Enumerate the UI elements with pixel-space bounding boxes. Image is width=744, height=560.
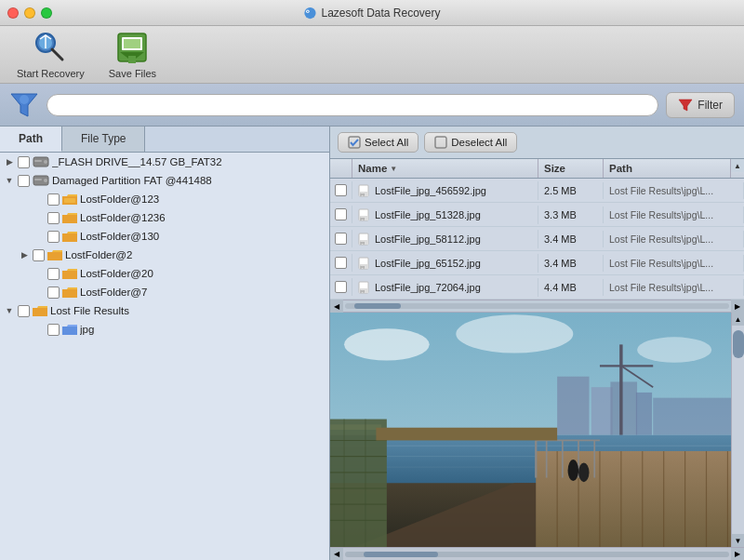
checkbox-lostresults[interactable]	[18, 305, 30, 317]
expand-arrow-lostresults[interactable]: ▼	[4, 305, 15, 316]
minimize-button[interactable]	[24, 7, 35, 19]
folder-icon-20	[62, 268, 77, 280]
table-row[interactable]: jpg LostFile_jpg_58112.jpg 3.4 MB Lost F…	[330, 227, 744, 251]
svg-point-0	[304, 7, 315, 18]
svg-rect-16	[34, 160, 42, 162]
deselect-all-icon	[434, 136, 447, 149]
checkbox-folder123[interactable]	[47, 193, 60, 206]
preview-image[interactable]	[330, 313, 731, 547]
hscroll-thumb[interactable]	[354, 303, 401, 309]
row4-size: 3.4 MB	[538, 255, 604, 272]
preview-hscroll-right[interactable]: ▶	[731, 548, 744, 561]
checkbox-folder130[interactable]	[47, 231, 60, 243]
row1-check[interactable]	[330, 181, 352, 199]
preview-hscroll-left[interactable]: ◀	[330, 548, 343, 561]
checkbox-folder20[interactable]	[47, 268, 60, 280]
checkbox-flash[interactable]	[18, 156, 30, 168]
scrollbar-spacer: ▲	[731, 159, 744, 178]
tab-filetype[interactable]: File Type	[62, 127, 145, 152]
table-hscrollbar[interactable]: ◀ ▶	[330, 300, 744, 313]
window-title: Lazesoft Data Recovery	[303, 7, 440, 20]
tab-path[interactable]: Path	[0, 127, 62, 152]
table-header: Name ▼ Size Path ▲	[330, 159, 744, 179]
tree-item-folder7[interactable]: ▶ LostFolder@7	[0, 283, 329, 301]
th-path[interactable]: Path	[604, 159, 731, 178]
row3-check[interactable]	[330, 230, 352, 247]
jpg-file-icon: jpg	[358, 184, 371, 197]
row5-path: Lost File Results\jpg\L...	[604, 279, 744, 296]
tree-item-folder20[interactable]: ▶ LostFolder@20	[0, 264, 329, 283]
checkbox-folder2[interactable]	[33, 249, 45, 261]
row4-checkbox[interactable]	[335, 257, 347, 269]
tree-item-folder130[interactable]: ▶ LostFolder@130	[0, 227, 329, 246]
tree-scroll-area[interactable]: ▶ _FLASH DRIVE__14.57 GB_FAT32 ▼	[0, 153, 329, 560]
tree-item-folder123[interactable]: ▶ LostFolder@123	[0, 190, 329, 208]
row2-check[interactable]	[330, 206, 352, 223]
table-row[interactable]: jpg LostFile_jpg_72064.jpg 4.4 MB Lost F…	[330, 275, 744, 300]
th-size[interactable]: Size	[538, 159, 604, 178]
preview-hscroll-track[interactable]	[345, 552, 729, 557]
th-name[interactable]: Name ▼	[352, 159, 538, 178]
preview-hscroll-thumb[interactable]	[364, 552, 438, 557]
tree-item-lostresults[interactable]: ▼ Lost File Results	[0, 301, 329, 320]
tree-item-jpg[interactable]: ▶ jpg	[0, 320, 329, 339]
tree-item-flash[interactable]: ▶ _FLASH DRIVE__14.57 GB_FAT32	[0, 153, 329, 171]
row5-check[interactable]	[330, 278, 352, 296]
filter-button[interactable]: Filter	[666, 92, 735, 118]
hscroll-right-arrow[interactable]: ▶	[731, 300, 744, 313]
svg-rect-85	[376, 428, 557, 441]
tree-item-damaged[interactable]: ▼ Damaged Partition FAT @441488	[0, 171, 329, 190]
save-files-button[interactable]: Save Files	[101, 26, 164, 83]
svg-text:jpg: jpg	[359, 264, 365, 269]
row5-checkbox[interactable]	[335, 281, 347, 293]
search-input[interactable]	[46, 94, 658, 116]
close-button[interactable]	[7, 7, 19, 19]
filter-funnel-icon	[678, 98, 693, 113]
deselect-all-button[interactable]: Deselect All	[424, 132, 517, 153]
folder-icon-1236	[62, 212, 77, 224]
svg-rect-42	[557, 377, 589, 435]
preview-hscrollbar[interactable]: ◀ ▶	[330, 547, 744, 560]
folder-icon-123	[62, 193, 77, 206]
expand-arrow-flash[interactable]: ▶	[4, 156, 15, 167]
tree-item-folder1236[interactable]: ▶ LostFolder@1236	[0, 208, 329, 227]
checkbox-jpg[interactable]	[47, 324, 60, 336]
row3-name: jpg LostFile_jpg_58112.jpg	[352, 230, 538, 248]
select-all-button[interactable]: Select All	[338, 132, 418, 153]
row3-checkbox[interactable]	[335, 233, 347, 245]
svg-point-12	[20, 95, 29, 104]
hscroll-track[interactable]	[345, 303, 729, 309]
table-row[interactable]: jpg LostFile_jpg_65152.jpg 3.4 MB Lost F…	[330, 251, 744, 275]
expand-arrow-folder2[interactable]: ▶	[19, 249, 30, 260]
checkbox-folder7[interactable]	[47, 287, 60, 299]
preview-scroll-track[interactable]	[732, 326, 745, 534]
tab-bar: Path File Type	[0, 127, 329, 153]
row4-check[interactable]	[330, 254, 352, 272]
maximize-button[interactable]	[41, 7, 52, 19]
svg-point-2	[307, 10, 309, 12]
tree-label-flash: _FLASH DRIVE__14.57 GB_FAT32	[52, 156, 222, 167]
row2-checkbox[interactable]	[335, 208, 347, 220]
svg-rect-20	[64, 198, 75, 203]
checkbox-folder1236[interactable]	[47, 212, 60, 224]
preview-scroll-down[interactable]: ▼	[732, 534, 745, 547]
row1-path: Lost File Results\jpg\L...	[604, 182, 744, 199]
deselect-all-label: Deselect All	[451, 137, 507, 148]
preview-scroll-up[interactable]: ▲	[732, 313, 745, 326]
scroll-up-arrow[interactable]: ▲	[731, 159, 744, 172]
preview-scroll-thumb[interactable]	[733, 330, 744, 358]
expand-arrow-damaged[interactable]: ▼	[4, 175, 15, 186]
preview-vscrollbar[interactable]: ▲ ▼	[731, 313, 744, 547]
save-files-icon	[114, 30, 150, 65]
checkbox-damaged[interactable]	[18, 175, 30, 187]
toolbar: Start Recovery Save Files	[0, 26, 744, 84]
row1-checkbox[interactable]	[335, 184, 347, 196]
start-recovery-button[interactable]: Start Recovery	[9, 26, 92, 83]
table-row[interactable]: jpg LostFile_jpg_456592.jpg 2.5 MB Lost …	[330, 179, 744, 203]
preview-container: ▲ ▼ ◀ ▶	[330, 313, 744, 560]
damaged-drive-icon	[33, 174, 49, 187]
tree-item-folder2[interactable]: ▶ LostFolder@2	[0, 246, 329, 264]
table-row[interactable]: jpg LostFile_jpg_51328.jpg 3.3 MB Lost F…	[330, 203, 744, 227]
hscroll-left-arrow[interactable]: ◀	[330, 300, 343, 313]
search-area: Filter	[0, 84, 744, 127]
